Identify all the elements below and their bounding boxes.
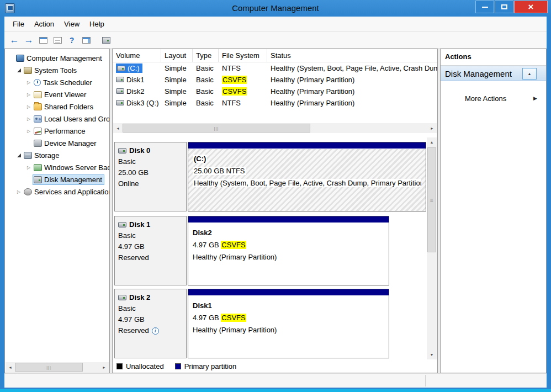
table-row[interactable]: Disk2 Simple Basic CSVFS Healthy (Primar… [113, 86, 437, 97]
menu-action[interactable]: Action [29, 17, 59, 32]
tree-item-task-scheduler[interactable]: Task Scheduler [5, 76, 109, 88]
file-system-cell: CSVFS [222, 87, 247, 96]
expand-arrow-icon[interactable] [15, 189, 23, 194]
disk-0-partition[interactable]: (C:) 25.00 GB NTFS Healthy (System, Boot… [188, 142, 426, 211]
tree-item-computer-management[interactable]: Computer Management [5, 52, 109, 64]
expand-arrow-icon[interactable] [25, 104, 33, 109]
selected-volume[interactable]: (C:) [116, 63, 142, 73]
more-actions-label: More Actions [465, 94, 506, 103]
partition-status: Healthy (Primary Partition) [193, 326, 277, 334]
disk-name: Disk 0 [129, 146, 150, 155]
export-list-button[interactable] [51, 34, 64, 47]
scrollbar-thumb[interactable]: ≡ [427, 147, 436, 252]
tree-item-shared-folders[interactable]: Shared Folders [5, 100, 109, 113]
table-row[interactable]: Disk3 (Q:) Simple Basic NTFS Healthy (Pr… [113, 97, 437, 109]
console-button[interactable] [99, 34, 113, 47]
partition-fs: CSVFS [221, 241, 246, 249]
disk-2-info[interactable]: Disk 2 Basic 4.97 GB Reservedi [114, 289, 187, 358]
help-icon: ? [70, 36, 75, 44]
status-cell: Healthy (Primary Partition) [267, 76, 437, 84]
expand-arrow-icon[interactable] [25, 129, 33, 134]
collapse-group-button[interactable]: ▲ [522, 68, 537, 80]
column-header-layout[interactable]: Layout [161, 49, 193, 62]
info-icon[interactable]: i [152, 327, 159, 335]
content-region: Computer Management System Tools Task Sc… [4, 49, 547, 373]
disk-status: Reserved [118, 252, 183, 263]
table-row[interactable]: Disk1 Simple Basic CSVFS Healthy (Primar… [113, 74, 437, 86]
legend-primary-label: Primary partition [184, 362, 237, 370]
toolbar: ← → ? [4, 32, 547, 49]
scroll-up-icon[interactable]: ▲ [427, 137, 437, 147]
scroll-right-icon[interactable]: ► [99, 362, 109, 372]
primary-partition-bar [188, 289, 389, 296]
scroll-right-icon[interactable]: ► [427, 123, 437, 133]
tree-item-system-tools[interactable]: System Tools [5, 64, 109, 76]
column-header-type[interactable]: Type [193, 49, 219, 62]
tree-horizontal-scrollbar[interactable]: ◄ ||| ► [6, 362, 109, 372]
show-action-pane-button[interactable] [80, 34, 93, 47]
disk-size: 4.97 GB [118, 241, 183, 252]
help-button[interactable]: ? [65, 34, 78, 47]
tree-item-performance[interactable]: Performance [5, 125, 109, 137]
column-header-volume[interactable]: Volume [113, 49, 161, 62]
scrollbar-thumb[interactable]: ||| [15, 363, 83, 372]
disk-view-vertical-scrollbar[interactable]: ▲ ≡ ▼ [427, 137, 437, 359]
menu-view[interactable]: View [59, 17, 84, 32]
titlebar[interactable]: Computer Management × [0, 0, 551, 17]
partition-status: Healthy (Primary Partition) [193, 253, 277, 261]
close-button[interactable]: × [514, 1, 548, 13]
volume-list-horizontal-scrollbar[interactable]: ◄ ||| ► [113, 123, 437, 133]
disk-1-partition[interactable]: Disk2 4.97 GB CSVFS Healthy (Primary Par… [188, 216, 389, 285]
graphical-disk-view: Disk 0 Basic 25.00 GB Online (C:) 25.00 … [113, 137, 427, 359]
disk-1-info[interactable]: Disk 1 Basic 4.97 GB Reserved [114, 216, 187, 285]
scroll-left-icon[interactable]: ◄ [6, 362, 15, 372]
menu-help[interactable]: Help [84, 17, 109, 32]
disk-type: Basic [118, 156, 183, 167]
table-row[interactable]: (C:) Simple Basic NTFS Healthy (System, … [113, 62, 437, 74]
more-actions-item[interactable]: More Actions ▶ [441, 92, 546, 104]
legend-unallocated-label: Unallocated [126, 362, 164, 370]
column-header-status[interactable]: Status [267, 49, 437, 62]
disk-0-info[interactable]: Disk 0 Basic 25.00 GB Online [114, 142, 187, 211]
maximize-button[interactable] [495, 1, 513, 13]
tree-item-storage[interactable]: Storage [5, 149, 109, 161]
volume-icon [116, 77, 124, 82]
scroll-left-icon[interactable]: ◄ [113, 123, 123, 133]
tree-item-event-viewer[interactable]: Event Viewer [5, 88, 109, 100]
partition-legend: Unallocated Primary partition [113, 360, 437, 372]
show-console-tree-button[interactable] [36, 34, 50, 47]
expand-arrow-icon[interactable] [25, 116, 33, 121]
disk-2-partition[interactable]: Disk1 4.97 GB CSVFS Healthy (Primary Par… [188, 289, 389, 358]
collapse-arrow-icon[interactable] [15, 68, 23, 72]
disk-management-actions-group[interactable]: Disk Management ▲ [441, 66, 546, 81]
status-cell: Healthy (System, Boot, Page File, Active… [267, 64, 437, 72]
status-bar [4, 373, 547, 388]
minimize-button[interactable] [475, 1, 494, 13]
shared-folders-icon [34, 103, 42, 110]
disk-icon [118, 222, 126, 227]
back-button[interactable]: ← [8, 34, 21, 47]
menu-bar: File Action View Help [4, 17, 547, 32]
menu-file[interactable]: File [8, 17, 29, 32]
tree-item-local-users-and-groups[interactable]: Local Users and Groups [5, 113, 109, 125]
disk-2-block: Disk 2 Basic 4.97 GB Reservedi Disk1 4.9… [114, 289, 427, 358]
close-icon: × [528, 2, 534, 12]
scrollbar-thumb[interactable]: ||| [123, 124, 310, 133]
disk-size: 25.00 GB [118, 167, 183, 178]
tree-item-disk-management[interactable]: Disk Management [5, 173, 109, 186]
disk-status: Online [118, 178, 183, 189]
tree-item-services-and-applications[interactable]: Services and Applications [5, 186, 109, 198]
expand-arrow-icon[interactable] [25, 92, 33, 97]
file-system-cell: NTFS [219, 99, 267, 107]
collapse-arrow-icon[interactable] [15, 153, 23, 157]
forward-button[interactable]: → [22, 34, 35, 47]
tree-item-device-manager[interactable]: Device Manager [5, 137, 109, 149]
scroll-down-icon[interactable]: ▼ [427, 350, 437, 359]
column-header-file-system[interactable]: File System [219, 49, 267, 62]
status-bar-divider [425, 375, 426, 386]
back-icon: ← [10, 35, 19, 45]
disk-name: Disk 1 [129, 220, 150, 229]
expand-arrow-icon[interactable] [25, 165, 33, 170]
expand-arrow-icon[interactable] [25, 80, 33, 85]
tree-item-windows-server-backup[interactable]: Windows Server Backup [5, 161, 109, 173]
